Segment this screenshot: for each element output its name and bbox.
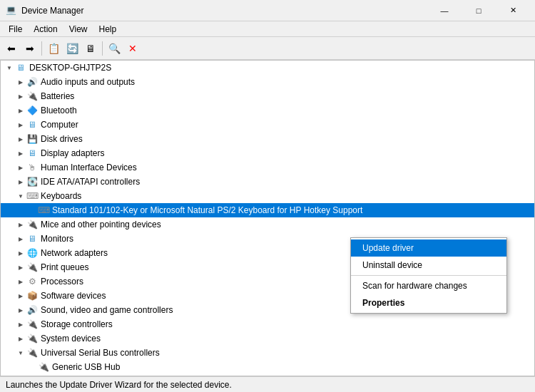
main-area: ▼ 🖥 DESKTOP-GHJTP2S ▶🔊Audio inputs and o… <box>0 60 535 376</box>
item-icon-mice: 🔌 <box>26 219 38 230</box>
item-label-batteries: Batteries <box>41 91 74 101</box>
toolbar-sep1 <box>41 41 42 56</box>
item-label-computer: Computer <box>41 120 78 130</box>
item-icon-software: 📦 <box>26 290 38 301</box>
item-icon-print: 🔌 <box>26 262 38 273</box>
expand-icon-computer[interactable]: ▶ <box>15 119 26 130</box>
context-item-uninstall[interactable]: Uninstall device <box>351 257 506 274</box>
expand-icon-bluetooth[interactable]: ▶ <box>15 105 26 116</box>
context-item-properties[interactable]: Properties <box>351 294 506 311</box>
expand-icon-software[interactable]: ▶ <box>15 290 26 301</box>
tree-item-system[interactable]: ▶🔌System devices <box>1 331 534 346</box>
menu-item-view[interactable]: View <box>63 23 93 36</box>
status-text: Launches the Update Driver Wizard for th… <box>6 380 232 390</box>
tree-item-keyboards[interactable]: ▼⌨Keyboards <box>1 189 534 203</box>
item-label-ide: IDE ATA/ATAPI controllers <box>41 177 140 187</box>
device-tree[interactable]: ▼ 🖥 DESKTOP-GHJTP2S ▶🔊Audio inputs and o… <box>0 60 535 376</box>
context-menu[interactable]: Update driverUninstall deviceScan for ha… <box>350 237 507 314</box>
expand-icon-proc[interactable]: ▶ <box>15 276 26 287</box>
expand-icon-storage[interactable]: ▶ <box>15 319 26 330</box>
expand-icon-audio[interactable]: ▶ <box>15 76 26 88</box>
expand-icon-hid[interactable]: ▶ <box>15 162 26 173</box>
item-icon-usb: 🔌 <box>26 347 38 359</box>
item-icon-network: 🌐 <box>26 247 38 259</box>
menu-item-file[interactable]: File <box>3 23 28 36</box>
expand-icon-usb-intel8[interactable] <box>26 376 38 376</box>
item-icon-proc: ⚙ <box>26 276 38 287</box>
item-icon-batteries: 🔌 <box>26 91 38 102</box>
expand-icon-network[interactable]: ▶ <box>15 247 26 259</box>
expand-icon-diskdrives[interactable]: ▶ <box>15 133 26 145</box>
tree-item-hid[interactable]: ▶🖱Human Interface Devices <box>1 160 534 175</box>
expand-icon-usb-generic[interactable] <box>26 361 38 373</box>
window-controls: — □ ✕ <box>428 0 529 21</box>
root-label: DESKTOP-GHJTP2S <box>29 63 111 73</box>
tree-item-usb-intel8[interactable]: 🔌Intel(R) 8 Series USB Enhanced Host Con… <box>1 374 534 376</box>
close-button[interactable]: ✕ <box>496 0 529 21</box>
menu-item-action[interactable]: Action <box>28 23 63 36</box>
item-icon-display: 🖥 <box>26 148 38 159</box>
tree-item-display[interactable]: ▶🖥Display adapters <box>1 146 534 160</box>
toolbar-sep2 <box>102 41 103 56</box>
tree-item-audio[interactable]: ▶🔊Audio inputs and outputs <box>1 75 534 89</box>
toolbar-update[interactable]: 🔄 <box>63 40 81 57</box>
app-icon: 💻 <box>6 5 17 16</box>
expand-icon-batteries[interactable]: ▶ <box>15 91 26 102</box>
root-expand-icon: ▼ <box>4 62 15 73</box>
expand-icon-kbd-item[interactable] <box>26 205 38 216</box>
item-label-print: Print queues <box>41 262 88 272</box>
toolbar-scan[interactable]: 🔍 <box>106 40 123 57</box>
item-icon-usb-intel8: 🔌 <box>38 376 49 376</box>
item-label-system: System devices <box>41 334 101 344</box>
tree-item-batteries[interactable]: ▶🔌Batteries <box>1 89 534 103</box>
item-label-usb-generic: Generic USB Hub <box>52 362 120 372</box>
item-label-software: Software devices <box>41 291 106 301</box>
expand-icon-usb[interactable]: ▼ <box>15 347 26 359</box>
item-label-network: Network adapters <box>41 248 108 258</box>
item-icon-bluetooth: 🔷 <box>26 105 38 116</box>
toolbar-forward[interactable]: ➡ <box>21 40 39 57</box>
expand-icon-ide[interactable]: ▶ <box>15 176 26 187</box>
menu-bar: FileActionViewHelp <box>0 21 535 37</box>
expand-icon-mice[interactable]: ▶ <box>15 219 26 230</box>
expand-icon-display[interactable]: ▶ <box>15 148 26 159</box>
item-icon-keyboards: ⌨ <box>26 190 38 202</box>
tree-item-kbd-item[interactable]: ⌨Standard 101/102-Key or Microsoft Natur… <box>1 203 534 217</box>
item-label-hid: Human Interface Devices <box>41 163 137 172</box>
title-bar: 💻 Device Manager — □ ✕ <box>0 0 535 21</box>
expand-icon-print[interactable]: ▶ <box>15 262 26 273</box>
tree-item-mice[interactable]: ▶🔌Mice and other pointing devices <box>1 217 534 232</box>
toolbar-back[interactable]: ⬅ <box>3 40 20 57</box>
expand-icon-keyboards[interactable]: ▼ <box>15 190 26 202</box>
item-label-display: Display adapters <box>41 148 104 158</box>
tree-item-storage[interactable]: ▶🔌Storage controllers <box>1 317 534 331</box>
toolbar: ⬅ ➡ 📋 🔄 🖥 🔍 ✕ <box>0 37 535 60</box>
context-item-scan[interactable]: Scan for hardware changes <box>351 277 506 294</box>
minimize-button[interactable]: — <box>428 0 461 21</box>
item-label-diskdrives: Disk drives <box>41 134 83 144</box>
tree-item-ide[interactable]: ▶💽IDE ATA/ATAPI controllers <box>1 175 534 189</box>
item-icon-kbd-item: ⌨ <box>38 205 49 216</box>
maximize-button[interactable]: □ <box>462 0 495 21</box>
tree-root[interactable]: ▼ 🖥 DESKTOP-GHJTP2S <box>1 61 534 75</box>
item-icon-hid: 🖱 <box>26 162 38 173</box>
tree-item-computer[interactable]: ▶🖥Computer <box>1 118 534 132</box>
tree-item-usb[interactable]: ▼🔌Universal Serial Bus controllers <box>1 346 534 360</box>
item-icon-diskdrives: 💾 <box>26 133 38 145</box>
expand-icon-monitors[interactable]: ▶ <box>15 233 26 244</box>
status-bar: Launches the Update Driver Wizard for th… <box>0 376 535 392</box>
expand-icon-system[interactable]: ▶ <box>15 333 26 344</box>
root-icon: 🖥 <box>15 62 26 73</box>
item-label-sound: Sound, video and game controllers <box>41 305 173 315</box>
toolbar-uninstall[interactable]: 🖥 <box>82 40 99 57</box>
expand-icon-sound[interactable]: ▶ <box>15 304 26 316</box>
toolbar-properties[interactable]: 📋 <box>45 40 62 57</box>
context-item-update[interactable]: Update driver <box>351 239 506 257</box>
item-icon-monitors: 🖥 <box>26 233 38 244</box>
tree-item-usb-generic[interactable]: 🔌Generic USB Hub <box>1 360 534 374</box>
item-label-mice: Mice and other pointing devices <box>41 220 161 229</box>
tree-item-diskdrives[interactable]: ▶💾Disk drives <box>1 132 534 146</box>
tree-item-bluetooth[interactable]: ▶🔷Bluetooth <box>1 103 534 118</box>
menu-item-help[interactable]: Help <box>93 23 123 36</box>
toolbar-red[interactable]: ✕ <box>124 40 141 57</box>
